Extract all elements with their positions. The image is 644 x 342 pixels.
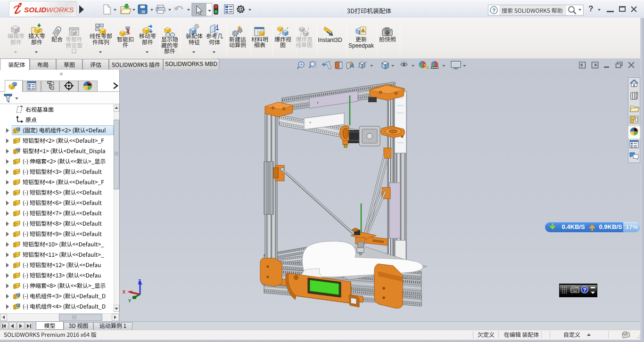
svg-text:?: ? xyxy=(492,8,495,13)
svg-text:X: X xyxy=(123,290,125,295)
svg-text:?: ? xyxy=(583,287,586,293)
svg-text:Y: Y xyxy=(128,299,131,304)
svg-text:Z: Z xyxy=(138,279,141,284)
